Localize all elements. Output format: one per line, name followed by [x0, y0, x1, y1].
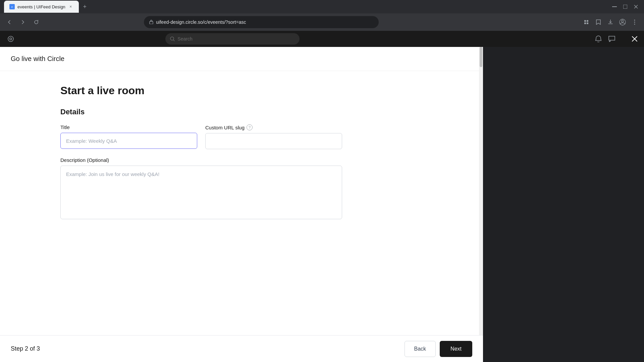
svg-point-13 [634, 20, 635, 21]
minimize-button[interactable] [610, 3, 619, 11]
profile-menu-button[interactable] [617, 17, 628, 27]
url-slug-label: Custom URL slug ? [205, 124, 342, 130]
url-slug-info-icon[interactable]: ? [247, 124, 253, 130]
back-button[interactable]: Back [405, 341, 436, 357]
chat-icon[interactable] [606, 34, 617, 44]
title-label: Title [60, 124, 197, 130]
description-group: Description (Optional) [60, 157, 342, 219]
forward-nav-button[interactable] [17, 17, 28, 27]
form-heading: Start a live room [60, 84, 342, 97]
tab-favicon: e [9, 4, 15, 9]
address-actions [581, 17, 640, 27]
scrollbar-thumb[interactable] [480, 47, 482, 67]
svg-point-14 [634, 22, 635, 23]
refresh-button[interactable] [31, 17, 42, 27]
close-overlay-button[interactable] [625, 31, 644, 47]
title-url-row: Title Custom URL slug ? [60, 124, 342, 149]
app-search-placeholder: Search [177, 36, 192, 42]
bookmark-button[interactable] [593, 17, 604, 27]
download-button[interactable] [605, 17, 616, 27]
address-bar-row: uifeed-design.circle.so/c/eveents/?sort=… [0, 13, 644, 31]
svg-point-16 [8, 36, 13, 42]
svg-point-15 [634, 24, 635, 25]
svg-rect-7 [584, 20, 586, 22]
more-options-button[interactable] [629, 17, 640, 27]
svg-rect-9 [584, 22, 586, 24]
section-heading: Details [60, 108, 342, 116]
title-group: Title [60, 124, 197, 149]
svg-point-12 [622, 20, 624, 22]
new-tab-button[interactable]: + [80, 2, 90, 11]
back-nav-button[interactable] [4, 17, 15, 27]
page-title: Go live with Circle [11, 55, 472, 63]
maximize-button[interactable] [621, 3, 629, 11]
next-button[interactable]: Next [440, 341, 472, 357]
main-content: Go live with Circle Start a live room De… [0, 47, 483, 346]
tab-bar: e eveents | UIFeed Design × + [0, 0, 644, 13]
active-tab[interactable]: e eveents | UIFeed Design × [4, 1, 79, 13]
url-text: uifeed-design.circle.so/c/eveents/?sort=… [156, 19, 373, 25]
scrollbar-track[interactable] [479, 47, 483, 346]
page-header: Go live with Circle [0, 47, 483, 71]
app-search-bar[interactable]: Search [165, 33, 300, 45]
svg-point-17 [10, 38, 12, 40]
step-indicator: Step 2 of 3 [11, 345, 40, 352]
tab-title: eveents | UIFeed Design [17, 4, 65, 9]
svg-rect-8 [587, 20, 588, 22]
svg-rect-6 [150, 21, 153, 24]
app-home-button[interactable] [5, 34, 16, 44]
svg-rect-10 [587, 22, 588, 24]
close-window-button[interactable] [632, 3, 640, 11]
app-top-bar: Search [0, 31, 644, 47]
title-input[interactable] [60, 133, 197, 149]
app-icons-right [593, 34, 617, 44]
tab-close-button[interactable]: × [68, 4, 73, 9]
description-textarea[interactable] [60, 166, 342, 219]
notification-bell-icon[interactable] [593, 34, 604, 44]
lock-icon [149, 19, 153, 25]
svg-rect-3 [623, 5, 627, 9]
svg-text:e: e [11, 5, 13, 8]
svg-rect-2 [612, 6, 617, 7]
window-controls [610, 3, 640, 11]
svg-line-19 [173, 40, 174, 41]
address-bar[interactable]: uifeed-design.circle.so/c/eveents/?sort=… [144, 16, 379, 28]
url-slug-group: Custom URL slug ? [205, 124, 342, 149]
form-container: Start a live room Details Title Custom U… [0, 71, 402, 233]
extensions-button[interactable] [581, 17, 592, 27]
wizard-footer: Step 2 of 3 Back Next [0, 335, 483, 362]
description-label: Description (Optional) [60, 157, 342, 163]
footer-actions: Back Next [405, 341, 472, 357]
url-slug-input[interactable] [205, 133, 342, 149]
